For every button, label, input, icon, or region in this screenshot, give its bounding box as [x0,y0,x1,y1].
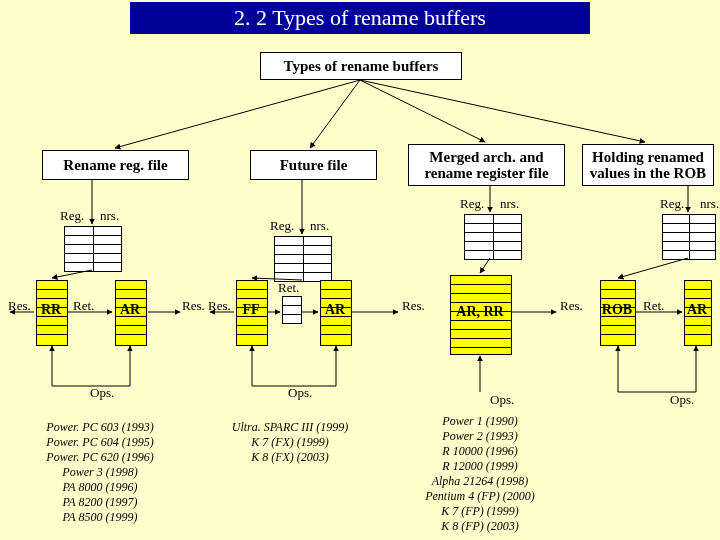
label-reg-2: Reg. [270,218,294,234]
examples-col2: Ultra. SPARC III (1999)K 7 (FX) (1999)K … [210,420,370,465]
label-reg-4: Reg. [660,196,684,212]
label-rr: RR [36,302,66,318]
svg-line-11 [618,258,688,278]
branch-future-file: Future file [250,150,377,180]
reg-table-3 [464,214,522,260]
label-ret-4: Ret. [643,298,664,314]
label-res-2a: Res. [208,298,231,314]
label-nrs-2: nrs. [310,218,329,234]
label-ar-1: AR [115,302,145,318]
label-ar-2: AR [320,302,350,318]
label-ret-2: Ret. [278,280,299,296]
svg-line-0 [115,80,360,148]
branch-rename-reg-file: Rename reg. file [42,150,189,180]
label-nrs-3: nrs. [500,196,519,212]
label-ops-2: Ops. [288,385,312,401]
svg-line-3 [360,80,645,142]
label-arrr: AR, RR [450,304,510,320]
branch-rob: Holding renamed values in the ROB [582,144,714,186]
label-ops-1: Ops. [90,385,114,401]
label-nrs-1: nrs. [100,208,119,224]
label-ff: FF [236,302,266,318]
ret-table-2 [282,296,302,324]
label-rob: ROB [598,302,636,318]
label-res-1a: Res. [8,298,31,314]
label-res-1b: Res. [182,298,205,314]
reg-table-4 [662,214,716,260]
branch-merged-file: Merged arch. and rename register file [408,144,565,186]
svg-line-10 [480,258,490,273]
svg-line-2 [360,80,485,142]
label-nrs-4: nrs. [700,196,719,212]
label-ops-3: Ops. [490,392,514,408]
label-ar-4: AR [682,302,712,318]
label-reg-1: Reg. [60,208,84,224]
reg-table-2 [274,236,332,282]
root-node: Types of rename buffers [260,52,462,80]
label-res-2b: Res. [402,298,425,314]
examples-col1: Power. PC 603 (1993)Power. PC 604 (1995)… [20,420,180,525]
reg-table-1 [64,226,122,272]
label-reg-3: Reg. [460,196,484,212]
slide-title: 2. 2 Types of rename buffers [130,2,590,34]
label-ops-4: Ops. [670,392,694,408]
label-res-3: Res. [560,298,583,314]
svg-line-1 [310,80,360,148]
label-ret-1: Ret. [73,298,94,314]
examples-col3: Power 1 (1990)Power 2 (1993)R 10000 (199… [400,414,560,534]
